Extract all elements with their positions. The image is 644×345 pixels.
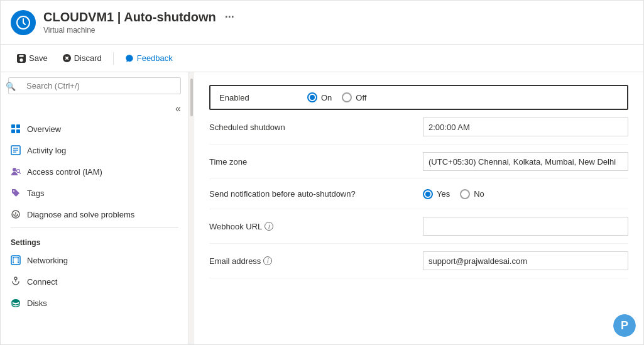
notification-label: Send notification before auto-shutdown?: [209, 189, 423, 199]
feedback-button[interactable]: Feedback: [119, 50, 179, 66]
discard-label: Discard: [74, 53, 102, 63]
toolbar: Save Discard Feedback: [1, 45, 643, 72]
email-info-icon[interactable]: i: [263, 256, 272, 265]
settings-section-title: Settings: [1, 231, 188, 249]
email-input[interactable]: [423, 251, 628, 270]
save-icon: [17, 54, 26, 63]
sidebar: 🔍 « Overview Activity lo: [1, 72, 189, 344]
connect-label: Connect: [27, 277, 57, 287]
sidebar-item-networking[interactable]: Networking: [1, 249, 188, 271]
page-subtitle: Virtual machine: [43, 26, 237, 35]
overview-label: Overview: [27, 124, 61, 134]
radio-off-circle: [342, 92, 352, 102]
header-text-block: CLOUDVM1 | Auto-shutdown ··· Virtual mac…: [43, 10, 237, 35]
no-label: No: [474, 189, 484, 199]
connect-icon: [11, 277, 21, 287]
collapse-button[interactable]: «: [173, 101, 183, 117]
off-label: Off: [356, 93, 366, 102]
sidebar-item-activity-log[interactable]: Activity log: [1, 140, 188, 161]
save-label: Save: [29, 53, 48, 63]
enabled-label: Enabled: [219, 93, 295, 102]
logo-letter: P: [621, 319, 628, 332]
svg-point-10: [17, 170, 20, 173]
svg-rect-4: [16, 129, 20, 133]
radio-on-option[interactable]: On: [307, 92, 332, 102]
scheduled-shutdown-label: Scheduled shutdown: [209, 123, 423, 132]
save-button[interactable]: Save: [11, 50, 54, 66]
scheduled-shutdown-row: Scheduled shutdown: [209, 110, 628, 145]
email-row: Email address i: [209, 244, 628, 278]
email-value: [423, 251, 628, 270]
sidebar-nav: Overview Activity log Access control (IA…: [1, 118, 188, 344]
page-title: CLOUDVM1 | Auto-shutdown ···: [43, 10, 237, 25]
radio-off-option[interactable]: Off: [342, 92, 366, 102]
search-wrap: 🔍: [1, 72, 188, 99]
time-zone-value: [423, 152, 628, 171]
main-layout: 🔍 « Overview Activity lo: [1, 72, 643, 344]
webhook-value: [423, 217, 628, 236]
networking-label: Networking: [27, 256, 68, 265]
svg-rect-2: [16, 124, 20, 128]
overview-icon: [11, 124, 21, 134]
enabled-radio-group: On Off: [307, 92, 366, 102]
access-control-icon: [11, 167, 21, 177]
activity-log-icon: [11, 145, 21, 155]
feedback-icon: [125, 54, 134, 63]
settings-divider: [11, 227, 178, 228]
webhook-info-icon[interactable]: i: [265, 222, 273, 231]
sidebar-item-connect[interactable]: Connect: [1, 271, 188, 292]
webhook-row: Webhook URL i: [209, 209, 628, 244]
notification-no-circle: [460, 189, 470, 199]
sidebar-scrollbar[interactable]: [189, 72, 194, 344]
access-control-label: Access control (IAM): [27, 167, 102, 177]
disks-icon: [11, 298, 21, 308]
sidebar-item-disks[interactable]: Disks: [1, 292, 188, 314]
feedback-label: Feedback: [137, 53, 173, 63]
webhook-input[interactable]: [423, 217, 628, 236]
search-input[interactable]: [8, 77, 181, 94]
time-zone-row: Time zone: [209, 145, 628, 179]
time-zone-input[interactable]: [423, 152, 628, 171]
more-options-icon[interactable]: ···: [222, 11, 237, 24]
notification-yes-circle: [423, 189, 433, 199]
activity-log-label: Activity log: [27, 146, 66, 155]
time-zone-label: Time zone: [209, 157, 423, 167]
svg-rect-3: [11, 129, 15, 133]
discard-button[interactable]: Discard: [57, 50, 108, 66]
search-icon: 🔍: [6, 81, 16, 90]
scheduled-shutdown-input[interactable]: [423, 118, 628, 136]
diagnose-icon: [11, 209, 21, 219]
scheduled-shutdown-value: [423, 118, 628, 136]
discard-icon: [63, 54, 71, 62]
sidebar-item-tags[interactable]: Tags: [1, 182, 188, 204]
toolbar-separator: [113, 52, 114, 65]
disks-label: Disks: [27, 298, 47, 308]
webhook-label: Webhook URL i: [209, 222, 423, 231]
on-label: On: [321, 93, 332, 102]
tags-icon: [11, 188, 21, 198]
svg-rect-14: [11, 256, 20, 265]
content-area: Enabled On Off: [194, 72, 643, 344]
notification-no-option[interactable]: No: [460, 189, 484, 199]
sidebar-item-overview[interactable]: Overview: [1, 118, 188, 140]
svg-point-11: [13, 190, 14, 192]
notification-row: Send notification before auto-shutdown? …: [209, 179, 628, 209]
tags-label: Tags: [27, 189, 44, 198]
sidebar-item-diagnose[interactable]: Diagnose and solve problems: [1, 204, 188, 225]
enabled-section: Enabled On Off: [209, 85, 628, 110]
notification-yes-option[interactable]: Yes: [423, 189, 450, 199]
yes-label: Yes: [437, 189, 450, 199]
radio-on-circle: [307, 92, 317, 102]
svg-rect-1: [11, 124, 15, 128]
networking-icon: [11, 255, 21, 265]
page-header: CLOUDVM1 | Auto-shutdown ··· Virtual mac…: [1, 1, 643, 45]
email-label: Email address i: [209, 256, 423, 266]
diagnose-label: Diagnose and solve problems: [27, 210, 134, 219]
form-container: Enabled On Off: [194, 72, 643, 291]
sidebar-item-access-control[interactable]: Access control (IAM): [1, 161, 188, 182]
svg-point-9: [13, 168, 16, 172]
scroll-thumb: [190, 79, 193, 116]
notification-radio-group: Yes No: [423, 189, 628, 199]
title-text: CLOUDVM1 | Auto-shutdown: [43, 10, 216, 25]
vm-icon: [11, 10, 36, 35]
